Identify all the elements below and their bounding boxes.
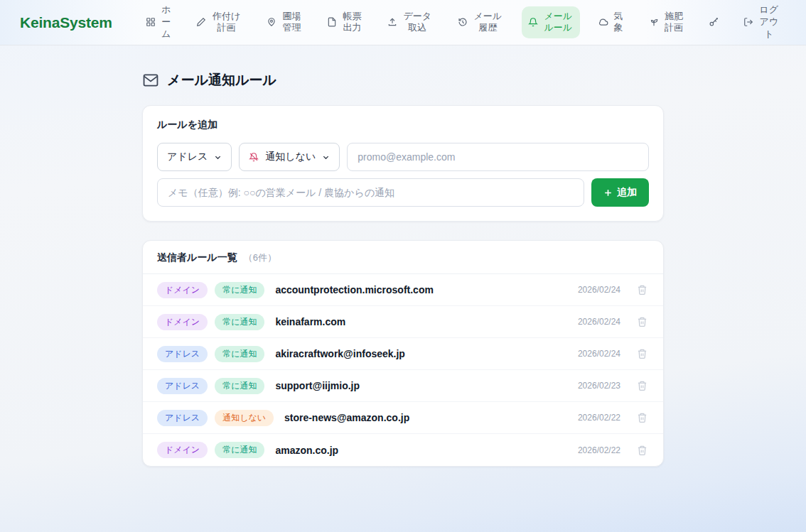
pencil-icon	[196, 17, 206, 27]
nav-item-weather[interactable]: 気象	[592, 6, 630, 39]
trash-icon	[637, 316, 648, 327]
rule-value: keinafarm.com	[275, 316, 571, 327]
trash-icon	[637, 412, 648, 423]
rule-row: アドレス 常に通知 support@iijmio.jp 2026/02/23	[143, 370, 663, 402]
envelope-icon	[143, 74, 158, 87]
delete-rule-button[interactable]	[635, 315, 649, 329]
fertilizer-icon	[649, 17, 659, 27]
nav-item-label: メール履歴	[473, 11, 503, 35]
rule-date: 2026/02/24	[578, 285, 620, 295]
rule-date: 2026/02/22	[578, 413, 620, 423]
history-icon	[458, 17, 468, 27]
nav-item-field-management[interactable]: 圃場管理	[260, 6, 308, 39]
rule-row: ドメイン 常に通知 keinafarm.com 2026/02/24	[143, 306, 663, 338]
rule-value: accountprotection.microsoft.com	[275, 284, 571, 295]
rule-value: akiracraftwork@infoseek.jp	[275, 348, 571, 359]
rule-value: amazon.co.jp	[275, 445, 571, 456]
nav-item-label: ホーム	[161, 4, 171, 40]
plus-icon	[603, 188, 613, 197]
nav-item-label: データ取込	[402, 11, 433, 35]
nav-item-fertilizer-plan[interactable]: 施肥計画	[643, 6, 691, 39]
add-rule-button-label: 追加	[617, 186, 637, 199]
sender-rules-count: （6件）	[244, 251, 276, 264]
rule-action-badge: 常に通知	[215, 314, 264, 330]
rule-type-badge: アドレス	[157, 410, 208, 426]
sender-rules-card: 送信者ルール一覧 （6件） ドメイン 常に通知 accountprotectio…	[142, 240, 664, 467]
delete-rule-button[interactable]	[635, 283, 649, 297]
rule-action-badge: 常に通知	[215, 378, 264, 394]
add-rule-card: ルールを追加 アドレス 通知しない	[142, 105, 664, 222]
rule-type-badge: アドレス	[157, 378, 208, 394]
nav-item-home[interactable]: ホーム	[139, 0, 178, 45]
rule-date: 2026/02/24	[578, 317, 620, 327]
rule-row: ドメイン 常に通知 amazon.co.jp 2026/02/22	[143, 434, 663, 466]
nav-item-mail-rules[interactable]: メールルール	[522, 6, 580, 39]
nav-item-label: メールルール	[543, 11, 574, 35]
trash-icon	[637, 348, 648, 359]
address-input[interactable]	[347, 143, 649, 171]
trash-icon	[637, 445, 648, 456]
rule-value: support@iijmio.jp	[275, 380, 571, 391]
map-pin-icon	[267, 17, 276, 27]
delete-rule-button[interactable]	[635, 411, 649, 425]
nav-item-label: ログアウト	[758, 4, 779, 40]
rule-action-select-value: 通知しない	[265, 151, 316, 163]
nav-item-label: 作付け計画	[211, 11, 242, 35]
top-navigation-bar: KeinaSystem ホーム 作付け計画 圃場管理 帳票出力	[0, 0, 806, 45]
brand-logo: KeinaSystem	[20, 14, 112, 31]
rule-date: 2026/02/22	[578, 445, 620, 455]
add-rule-button[interactable]: 追加	[591, 178, 649, 207]
rule-action-select[interactable]: 通知しない	[239, 143, 340, 171]
page-title: メール通知ルール	[143, 71, 664, 89]
document-icon	[327, 17, 337, 27]
chevron-down-icon	[214, 153, 222, 161]
rule-row: アドレス 通知しない store-news@amazon.co.jp 2026/…	[143, 402, 663, 434]
nav-item-report-output[interactable]: 帳票出力	[321, 6, 369, 39]
logout-icon	[743, 17, 753, 27]
nav-item-label: 気象	[613, 11, 624, 35]
rule-action-badge: 常に通知	[215, 442, 264, 458]
nav-item-password[interactable]	[702, 13, 725, 31]
rule-type-badge: アドレス	[157, 346, 208, 362]
rule-type-badge: ドメイン	[157, 314, 208, 330]
add-rule-row-1: アドレス 通知しない	[157, 143, 649, 171]
rule-action-badge: 常に通知	[215, 346, 264, 362]
bell-icon	[528, 17, 538, 27]
rule-date: 2026/02/23	[578, 381, 620, 391]
nav-item-planting-plan[interactable]: 作付け計画	[190, 6, 248, 39]
nav-item-label: 帳票出力	[342, 11, 362, 35]
key-icon	[709, 17, 719, 27]
rule-action-badge: 常に通知	[215, 282, 264, 298]
trash-icon	[637, 380, 648, 391]
trash-icon	[637, 284, 648, 295]
main-nav: ホーム 作付け計画 圃場管理 帳票出力 データ取込	[134, 0, 792, 45]
memo-input[interactable]	[157, 178, 584, 207]
chevron-down-icon	[322, 153, 330, 161]
rule-row: ドメイン 常に通知 accountprotection.microsoft.co…	[143, 274, 663, 306]
sender-rules-heading: 送信者ルール一覧	[157, 251, 237, 264]
nav-item-label: 圃場管理	[281, 11, 302, 35]
rule-value: store-news@amazon.co.jp	[284, 412, 571, 423]
rule-date: 2026/02/24	[578, 349, 620, 359]
nav-item-label: 施肥計画	[664, 11, 684, 35]
upload-icon	[387, 17, 397, 27]
add-rule-heading: ルールを追加	[157, 119, 649, 131]
main-content: メール通知ルール ルールを追加 アドレス 通知しない	[142, 45, 664, 467]
delete-rule-button[interactable]	[635, 379, 649, 393]
rule-type-badge: ドメイン	[157, 442, 208, 458]
rule-type-badge: ドメイン	[157, 282, 208, 298]
nav-item-data-import[interactable]: データ取込	[381, 6, 439, 39]
delete-rule-button[interactable]	[635, 443, 649, 457]
grid-icon	[146, 17, 156, 27]
rule-type-select-value: アドレス	[167, 151, 208, 163]
bell-off-icon	[249, 152, 259, 162]
nav-item-logout[interactable]: ログアウト	[737, 0, 785, 45]
delete-rule-button[interactable]	[635, 347, 649, 361]
cloud-icon	[598, 17, 608, 27]
rule-type-select[interactable]: アドレス	[157, 143, 232, 171]
nav-item-mail-history[interactable]: メール履歴	[451, 6, 510, 39]
page-title-text: メール通知ルール	[167, 71, 276, 89]
rule-row: アドレス 常に通知 akiracraftwork@infoseek.jp 202…	[143, 338, 663, 370]
add-rule-row-2: 追加	[157, 178, 649, 207]
sender-rules-header: 送信者ルール一覧 （6件）	[143, 241, 663, 274]
